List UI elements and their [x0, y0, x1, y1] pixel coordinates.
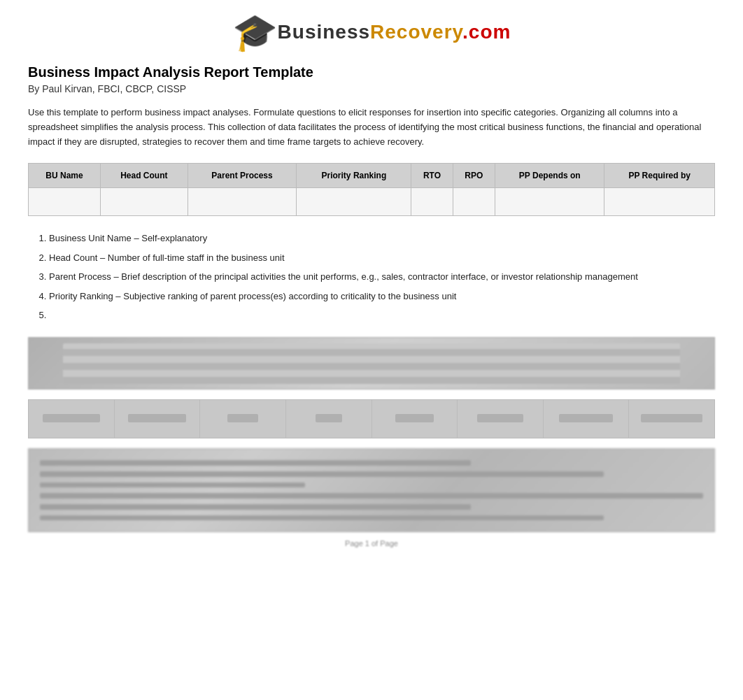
table-row — [29, 400, 715, 438]
redacted-table — [28, 399, 715, 438]
redacted-section-1 — [28, 337, 715, 390]
table-header-row: BU Name Head Count Parent Process Priori… — [29, 164, 715, 188]
col-parent-process: Parent Process — [187, 164, 297, 188]
bia-table: BU Name Head Count Parent Process Priori… — [28, 163, 715, 216]
list-section: Business Unit Name – Self-explanatory He… — [28, 230, 715, 323]
second-table-section — [28, 399, 715, 438]
col-bu-name: BU Name — [29, 164, 101, 188]
redacted-section-2 — [28, 448, 715, 532]
col-priority-ranking: Priority Ranking — [297, 164, 411, 188]
list-item-1: Business Unit Name – Self-explanatory — [49, 230, 715, 246]
page-footer: Page 1 of Page — [28, 539, 715, 548]
page-description: Use this template to perform business im… — [28, 106, 715, 149]
col-rto: RTO — [411, 164, 453, 188]
col-pp-depends-on: PP Depends on — [495, 164, 604, 188]
col-head-count: Head Count — [100, 164, 187, 188]
header-logo: 🎓 BusinessRecovery.com — [28, 14, 715, 50]
logo-hat-icon: 🎓 — [232, 14, 278, 50]
list-item-3: Parent Process – Brief description of th… — [49, 269, 715, 285]
page-subtitle: By Paul Kirvan, FBCI, CBCP, CISSP — [28, 83, 715, 94]
table-row — [29, 188, 715, 216]
list-item-4: Priority Ranking – Subjective ranking of… — [49, 288, 715, 304]
col-pp-required-by: PP Required by — [604, 164, 715, 188]
list-item-2: Head Count – Number of full-time staff i… — [49, 250, 715, 266]
col-rpo: RPO — [453, 164, 495, 188]
page-title: Business Impact Analysis Report Template — [28, 64, 715, 80]
logo-text: BusinessRecovery.com — [278, 21, 511, 43]
list-item-5 — [49, 307, 715, 323]
